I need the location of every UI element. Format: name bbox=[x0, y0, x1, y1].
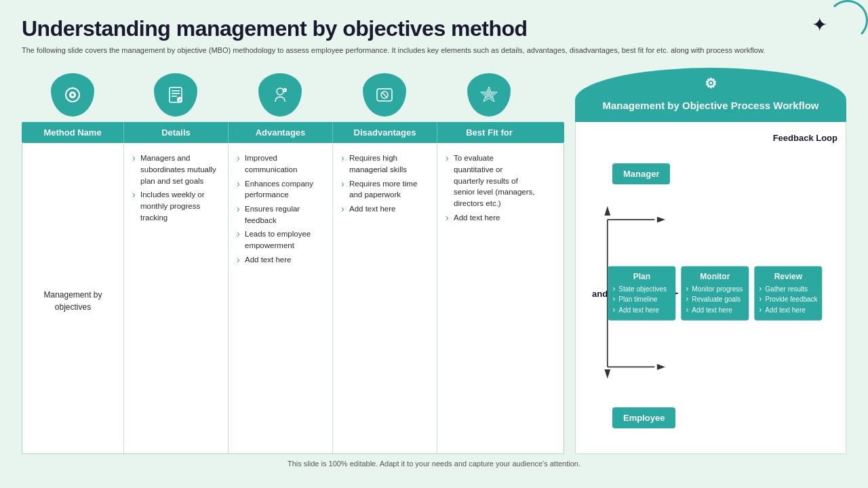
icon-advantages: + bbox=[228, 68, 332, 122]
adv-item-5: Add text here bbox=[235, 253, 326, 267]
bestfit-item-2: Add text here bbox=[444, 211, 535, 225]
workflow-header: ⚙ Management by Objective Process Workfl… bbox=[575, 68, 846, 122]
details-list: Managers and subordinates mutually plan … bbox=[131, 151, 221, 224]
header-bestfit: Best Fit for bbox=[437, 122, 541, 143]
adv-item-4: Leads to employee empowerment bbox=[235, 227, 326, 252]
monitor-box: Monitor Monitor progress Revaluate goals… bbox=[681, 266, 749, 321]
svg-marker-19 bbox=[604, 369, 610, 379]
table-header: Method Name Details Advantages Disadvant… bbox=[22, 122, 564, 143]
cell-advantages: Improved communication Enhances company … bbox=[229, 143, 333, 453]
monitor-item-2: Revaluate goals bbox=[685, 294, 745, 305]
cell-details: Managers and subordinates mutually plan … bbox=[124, 143, 229, 453]
cell-bestfit: To evaluate quantitative or quarterly re… bbox=[437, 143, 542, 453]
icons-row: ✓ + bbox=[22, 68, 564, 122]
review-title: Review bbox=[758, 271, 818, 281]
monitor-title: Monitor bbox=[685, 271, 745, 281]
svg-point-9 bbox=[277, 88, 283, 95]
subtitle-text: The following slide covers the managemen… bbox=[22, 45, 846, 56]
svg-marker-18 bbox=[604, 206, 610, 216]
adv-item-2: Enhances company performance bbox=[235, 177, 326, 202]
table-section: ✓ + bbox=[22, 68, 564, 454]
disadv-item-2: Requires more time and paperwork bbox=[340, 177, 430, 202]
bestfit-list: To evaluate quantitative or quarterly re… bbox=[444, 151, 535, 224]
monitor-item-1: Monitor progress bbox=[685, 283, 745, 294]
disadv-item-3: Add text here bbox=[340, 202, 430, 216]
cell-disadvantages: Requires high managerial skills Requires… bbox=[333, 143, 437, 453]
svg-line-14 bbox=[382, 92, 387, 98]
plan-title: Plan bbox=[612, 271, 671, 281]
main-content: ✓ + bbox=[22, 68, 846, 454]
workflow-body: Feedback Loop bbox=[575, 122, 846, 455]
icon-bestfit bbox=[437, 68, 541, 122]
cell-method-name: Management by objectives bbox=[22, 143, 124, 453]
header-method: Method Name bbox=[22, 122, 123, 143]
manager-box: Manager bbox=[612, 163, 670, 184]
page-title: Understanding management by objectives m… bbox=[22, 16, 846, 41]
details-item-2: Includes weekly or monthly progress trac… bbox=[131, 188, 221, 224]
svg-marker-23 bbox=[657, 364, 665, 370]
feedback-label: Feedback Loop bbox=[584, 133, 837, 143]
adv-item-1: Improved communication bbox=[235, 151, 326, 176]
review-box: Review Gather results Provide feedback A… bbox=[754, 266, 822, 321]
review-item-2: Provide feedback bbox=[758, 294, 818, 305]
svg-point-2 bbox=[71, 94, 74, 96]
details-icon-bubble: ✓ bbox=[154, 73, 197, 117]
workflow-section: ⚙ Management by Objective Process Workfl… bbox=[575, 68, 846, 454]
svg-marker-22 bbox=[657, 217, 665, 223]
svg-text:+: + bbox=[284, 88, 286, 92]
plan-item-1: State objectives bbox=[612, 283, 671, 294]
method-icon-bubble bbox=[51, 73, 94, 117]
details-item-1: Managers and subordinates mutually plan … bbox=[131, 151, 221, 188]
workflow-diagram: Manager and → Plan State objectives Plan… bbox=[584, 148, 837, 439]
disadvantages-icon-bubble bbox=[363, 73, 406, 117]
workflow-title: Management by Objective Process Workflow bbox=[583, 99, 838, 113]
footer-text: This slide is 100% editable. Adapt it to… bbox=[22, 460, 846, 468]
star-icon: ✦ bbox=[812, 14, 827, 36]
icon-disadvantages bbox=[332, 68, 437, 122]
bestfit-item-1: To evaluate quantitative or quarterly re… bbox=[444, 151, 535, 210]
icon-method bbox=[22, 68, 123, 122]
review-item-3: Add text here bbox=[758, 304, 818, 315]
adv-item-3: Ensures regular feedback bbox=[235, 202, 326, 227]
plan-list: State objectives Plan timeline Add text … bbox=[612, 283, 671, 315]
review-item-1: Gather results bbox=[758, 283, 818, 294]
bestfit-icon-bubble bbox=[467, 73, 511, 117]
three-boxes: Plan State objectives Plan timeline Add … bbox=[608, 266, 822, 321]
employee-box: Employee bbox=[612, 407, 675, 428]
disadvantages-list: Requires high managerial skills Requires… bbox=[340, 151, 430, 216]
table-data-row: Management by objectives Managers and su… bbox=[22, 143, 564, 454]
review-list: Gather results Provide feedback Add text… bbox=[758, 283, 818, 315]
manager-label: Manager bbox=[612, 163, 670, 184]
plan-box: Plan State objectives Plan timeline Add … bbox=[608, 266, 675, 321]
plan-item-2: Plan timeline bbox=[612, 294, 671, 305]
advantages-icon-bubble: + bbox=[258, 73, 302, 117]
header-advantages: Advantages bbox=[228, 122, 332, 143]
deco-arc bbox=[827, 0, 868, 41]
plan-item-3: Add text here bbox=[612, 304, 671, 315]
header-details: Details bbox=[123, 122, 228, 143]
slide: ✦ Understanding management by objectives… bbox=[0, 0, 868, 488]
advantages-list: Improved communication Enhances company … bbox=[235, 151, 326, 266]
monitor-list: Monitor progress Revaluate goals Add tex… bbox=[685, 283, 745, 315]
disadv-item-1: Requires high managerial skills bbox=[340, 151, 430, 176]
svg-text:✓: ✓ bbox=[178, 98, 182, 102]
icon-details: ✓ bbox=[123, 68, 228, 122]
monitor-item-3: Add text here bbox=[685, 304, 745, 315]
header-disadvantages: Disadvantages bbox=[332, 122, 437, 143]
and-label: and bbox=[592, 288, 608, 298]
employee-label: Employee bbox=[612, 407, 675, 428]
